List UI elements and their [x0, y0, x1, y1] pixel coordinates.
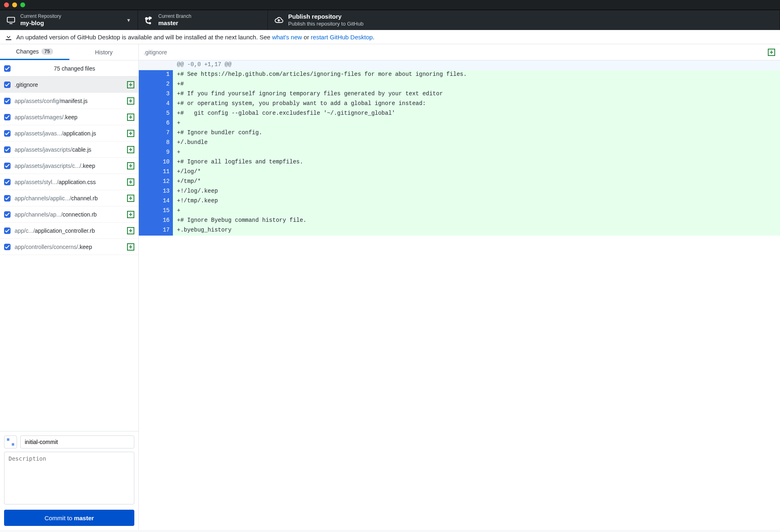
file-path: app/assets/styl.../application.css — [15, 179, 123, 185]
diff-line[interactable]: 8+/.bundle — [139, 138, 780, 148]
file-path: app/channels/applic.../channel.rb — [15, 195, 123, 202]
download-icon — [5, 33, 12, 41]
diff-line[interactable]: 14+!/tmp/.keep — [139, 197, 780, 206]
file-row[interactable]: app/assets/config/manifest.js+ — [0, 93, 138, 109]
diff-line[interactable]: 13+!/log/.keep — [139, 187, 780, 197]
file-row[interactable]: app/channels/ap.../connection.rb+ — [0, 206, 138, 223]
file-checkbox[interactable] — [4, 211, 11, 218]
file-row[interactable]: app/channels/applic.../channel.rb+ — [0, 190, 138, 206]
close-window-icon[interactable] — [4, 2, 9, 7]
file-added-icon: + — [127, 178, 134, 186]
file-path: app/assets/javas.../application.js — [15, 130, 123, 137]
file-row[interactable]: app/assets/images/.keep+ — [0, 109, 138, 125]
repo-dropdown[interactable]: Current Repository my-blog ▼ — [0, 10, 138, 30]
file-row[interactable]: .gitignore+ — [0, 77, 138, 93]
diff-line[interactable]: 3+# If you find yourself ignoring tempor… — [139, 90, 780, 99]
file-path: app/assets/images/.keep — [15, 114, 123, 120]
diff-line[interactable]: 11+/log/* — [139, 167, 780, 177]
commit-summary-input[interactable] — [20, 435, 134, 448]
chevron-down-icon: ▼ — [126, 17, 131, 23]
whats-new-link[interactable]: what's new — [272, 34, 302, 41]
toolbar: Current Repository my-blog ▼ Current Bra… — [0, 10, 780, 30]
tab-changes[interactable]: Changes 75 — [0, 44, 69, 60]
publish-subtitle: Publish this repository to GitHub — [288, 21, 364, 27]
diff-header: .gitignore + — [139, 44, 780, 60]
diff-line[interactable]: 12+/tmp/* — [139, 177, 780, 187]
commit-description-input[interactable] — [4, 452, 134, 504]
diff-line[interactable]: 10+# Ignore all logfiles and tempfiles. — [139, 158, 780, 167]
file-row[interactable]: app/assets/javas.../application.js+ — [0, 125, 138, 142]
branch-icon — [144, 16, 153, 25]
file-checkbox[interactable] — [4, 244, 11, 250]
file-added-icon: + — [127, 97, 134, 105]
avatar — [4, 435, 17, 448]
file-list[interactable]: .gitignore+app/assets/config/manifest.js… — [0, 77, 138, 431]
file-added-icon: + — [127, 130, 134, 137]
tab-changes-label: Changes — [16, 48, 39, 55]
cloud-upload-icon — [274, 16, 283, 25]
file-added-icon: + — [127, 81, 134, 88]
minimize-window-icon[interactable] — [12, 2, 17, 7]
diff-body[interactable]: @@ -0,0 +1,17 @@ 1+# See https://help.gi… — [139, 60, 780, 530]
file-added-icon: + — [768, 49, 775, 56]
file-checkbox[interactable] — [4, 163, 11, 169]
file-path: .gitignore — [15, 82, 123, 88]
file-row[interactable]: app/controllers/concerns/.keep+ — [0, 239, 138, 255]
file-added-icon: + — [127, 227, 134, 234]
file-path: app/assets/javascripts/cable.js — [15, 146, 123, 153]
diff-line[interactable]: 2+# — [139, 80, 780, 90]
file-row[interactable]: app/c.../application_controller.rb+ — [0, 223, 138, 239]
commit-button[interactable]: Commit to master — [4, 510, 134, 526]
diff-line[interactable]: 1+# See https://help.github.com/articles… — [139, 70, 780, 80]
diff-filename: .gitignore — [144, 49, 167, 56]
banner-text: An updated version of GitHub Desktop is … — [16, 34, 375, 41]
sidebar-tabs: Changes 75 History — [0, 44, 138, 60]
branch-label: Current Branch — [158, 13, 191, 19]
branch-dropdown[interactable]: Current Branch master — [138, 10, 268, 30]
files-header: 75 changed files — [0, 60, 138, 77]
computer-icon — [6, 16, 15, 25]
diff-line[interactable]: 17+.byebug_history — [139, 226, 780, 236]
diff-line[interactable]: 7+# Ignore bundler config. — [139, 129, 780, 138]
branch-name: master — [158, 19, 191, 27]
select-all-checkbox[interactable] — [4, 65, 11, 72]
diff-line[interactable]: 16+# Ignore Byebug command history file. — [139, 216, 780, 226]
file-checkbox[interactable] — [4, 130, 11, 137]
file-added-icon: + — [127, 146, 134, 153]
file-checkbox[interactable] — [4, 114, 11, 120]
file-path: app/assets/config/manifest.js — [15, 98, 123, 104]
file-added-icon: + — [127, 114, 134, 121]
file-checkbox[interactable] — [4, 98, 11, 104]
tab-history-label: History — [95, 49, 113, 56]
diff-line[interactable]: 9+ — [139, 148, 780, 158]
files-header-text: 75 changed files — [15, 65, 134, 72]
file-checkbox[interactable] — [4, 195, 11, 202]
file-added-icon: + — [127, 211, 134, 218]
restart-link[interactable]: restart GitHub Desktop — [311, 34, 373, 41]
diff-hunk-header: @@ -0,0 +1,17 @@ — [139, 60, 780, 70]
file-path: app/c.../application_controller.rb — [15, 227, 123, 234]
changes-count-badge: 75 — [41, 48, 53, 55]
diff-line[interactable]: 5+# git config --global core.excludesfil… — [139, 109, 780, 119]
file-path: app/controllers/concerns/.keep — [15, 244, 123, 250]
file-row[interactable]: app/assets/javascripts/c.../.keep+ — [0, 158, 138, 174]
diff-line[interactable]: 15+ — [139, 206, 780, 216]
publish-button[interactable]: Publish repository Publish this reposito… — [268, 10, 780, 30]
file-row[interactable]: app/assets/styl.../application.css+ — [0, 174, 138, 190]
svg-rect-0 — [7, 17, 15, 22]
update-banner: An updated version of GitHub Desktop is … — [0, 30, 780, 44]
file-checkbox[interactable] — [4, 179, 11, 185]
file-checkbox[interactable] — [4, 146, 11, 153]
file-checkbox[interactable] — [4, 227, 11, 234]
tab-history[interactable]: History — [69, 44, 139, 60]
file-added-icon: + — [127, 195, 134, 202]
diff-line[interactable]: 6+ — [139, 119, 780, 129]
sidebar: Changes 75 History 75 changed files .git… — [0, 44, 139, 530]
file-row[interactable]: app/assets/javascripts/cable.js+ — [0, 142, 138, 158]
diff-line[interactable]: 4+# or operating system, you probably wa… — [139, 99, 780, 109]
file-added-icon: + — [127, 162, 134, 169]
publish-title: Publish repository — [288, 13, 364, 21]
maximize-window-icon[interactable] — [20, 2, 25, 7]
file-checkbox[interactable] — [4, 82, 11, 88]
main: Changes 75 History 75 changed files .git… — [0, 44, 780, 530]
